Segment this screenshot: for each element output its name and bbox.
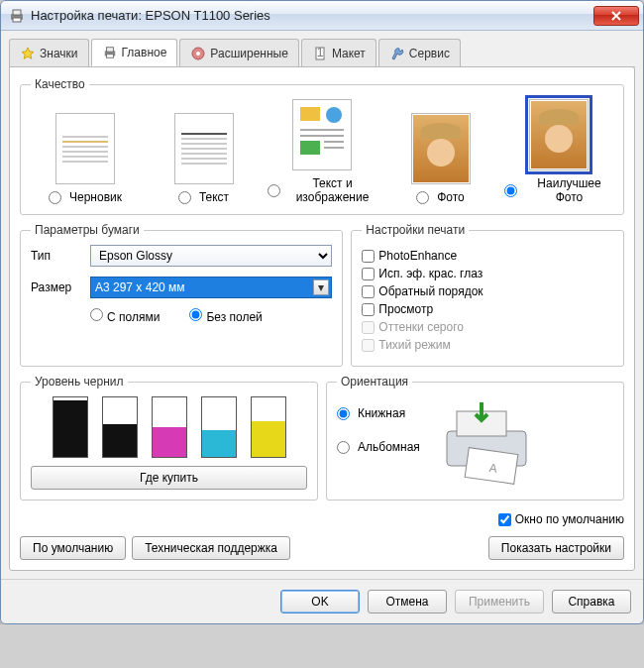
chevron-down-icon: ▾ — [313, 279, 329, 295]
orientation-landscape[interactable]: Альбомная — [337, 440, 420, 454]
ink-cartridge — [251, 396, 286, 458]
buy-ink-button[interactable]: Где купить — [31, 466, 307, 490]
close-button[interactable] — [593, 6, 639, 26]
ok-button[interactable]: OK — [280, 590, 360, 613]
svg-rect-10 — [300, 107, 320, 121]
wrench-icon — [389, 46, 405, 61]
tab-icons[interactable]: Значки — [9, 39, 89, 66]
quality-group: Качество Черновик Текст — [20, 77, 624, 215]
grayscale-checkbox: Оттенки серого — [362, 320, 613, 334]
printsettings-legend: Настройки печати — [362, 223, 469, 237]
tab-label: Главное — [122, 46, 167, 59]
tab-advanced[interactable]: Расширенные — [179, 39, 299, 66]
paper-type-select[interactable]: Epson Glossy — [90, 245, 332, 267]
svg-rect-1 — [13, 10, 21, 15]
ink-cartridge — [201, 396, 237, 458]
paper-legend: Параметры бумаги — [31, 223, 144, 237]
apply-button: Применить — [455, 590, 544, 613]
preview-checkbox[interactable]: Просмотр — [362, 302, 613, 316]
svg-rect-15 — [324, 141, 344, 143]
bestphoto-thumb — [529, 99, 589, 170]
photoenhance-checkbox[interactable]: PhotoEnhance — [362, 249, 613, 263]
printer-icon — [9, 8, 25, 24]
tab-layout[interactable]: 1 Макет — [301, 39, 376, 66]
tab-label: Сервис — [409, 47, 450, 60]
paper-size-label: Размер — [31, 280, 90, 294]
tabstrip: Значки Главное Расширенные 1 Макет — [9, 39, 635, 67]
svg-rect-12 — [300, 129, 344, 131]
svg-rect-4 — [106, 48, 113, 52]
tab-label: Расширенные — [210, 47, 288, 60]
paper-size-select[interactable]: A3 297 x 420 мм ▾ — [90, 277, 332, 298]
quiet-checkbox: Тихий режим — [362, 338, 613, 352]
tab-main[interactable]: Главное — [91, 39, 178, 66]
ink-cartridge — [102, 396, 138, 458]
quality-radio-photo[interactable] — [416, 191, 429, 204]
tab-label: Значки — [40, 47, 78, 60]
paper-group: Параметры бумаги Тип Epson Glossy Размер… — [20, 223, 343, 367]
dialog-button-row: OK Отмена Применить Справка — [1, 579, 643, 623]
quality-option-photo[interactable]: Фото — [386, 113, 495, 204]
textimg-thumb — [292, 99, 352, 170]
svg-rect-2 — [13, 18, 21, 22]
window-body: Значки Главное Расширенные 1 Макет — [1, 31, 643, 579]
titlebar: Настройка печати: EPSON T1100 Series — [1, 1, 643, 31]
quality-option-draft[interactable]: Черновик — [31, 113, 140, 204]
svg-rect-5 — [106, 55, 113, 58]
quality-legend: Качество — [31, 77, 89, 91]
text-thumb — [174, 113, 234, 184]
ink-group: Уровень чернил Где купить — [20, 375, 318, 501]
help-button[interactable]: Справка — [552, 590, 631, 613]
default-window-checkbox[interactable] — [498, 513, 511, 526]
tab-pane-main: Качество Черновик Текст — [9, 66, 635, 571]
defaults-button[interactable]: По умолчанию — [20, 536, 126, 560]
printer-illustration: A — [432, 396, 541, 486]
margins-without-option[interactable]: Без полей — [189, 308, 262, 324]
ink-cartridge — [53, 396, 88, 458]
support-button[interactable]: Техническая поддержка — [132, 536, 290, 560]
cancel-button[interactable]: Отмена — [368, 590, 447, 613]
redeye-checkbox[interactable]: Исп. эф. крас. глаз — [362, 267, 613, 280]
print-settings-window: Настройка печати: EPSON T1100 Series Зна… — [0, 0, 644, 624]
printer-icon — [102, 45, 118, 60]
page-icon: 1 — [312, 46, 328, 61]
tab-label: Макет — [332, 47, 366, 60]
show-settings-button[interactable]: Показать настройки — [488, 536, 624, 560]
draft-thumb — [55, 113, 115, 184]
orientation-legend: Ориентация — [337, 375, 412, 389]
quality-radio-text[interactable] — [178, 191, 191, 204]
quality-radio-draft[interactable] — [49, 191, 61, 204]
quality-radio-best[interactable] — [504, 184, 517, 197]
reverse-checkbox[interactable]: Обратный порядок — [362, 284, 613, 298]
printsettings-group: Настройки печати PhotoEnhance Исп. эф. к… — [351, 223, 624, 367]
quality-option-text[interactable]: Текст — [150, 113, 259, 204]
svg-rect-13 — [300, 135, 344, 137]
paper-type-label: Тип — [31, 249, 90, 263]
photo-thumb — [411, 113, 471, 184]
svg-point-7 — [196, 52, 200, 56]
orientation-portrait[interactable]: Книжная — [337, 406, 420, 420]
default-window-label: Окно по умолчанию — [515, 512, 624, 526]
ink-cartridge — [152, 396, 187, 458]
star-icon — [20, 46, 36, 61]
ink-legend: Уровень чернил — [31, 375, 128, 389]
window-title: Настройка печати: EPSON T1100 Series — [31, 8, 593, 23]
svg-rect-14 — [300, 141, 320, 155]
quality-radio-textimg[interactable] — [268, 184, 280, 197]
orientation-group: Ориентация Книжная Альбомная A — [326, 375, 624, 501]
svg-rect-16 — [324, 147, 344, 149]
margins-with-option[interactable]: С полями — [90, 308, 160, 324]
quality-option-textimg[interactable]: Текст и изображение — [268, 99, 376, 204]
tab-service[interactable]: Сервис — [378, 39, 461, 66]
svg-text:1: 1 — [317, 47, 324, 59]
quality-option-best[interactable]: Наилучшее Фото — [504, 99, 613, 204]
gear-icon — [190, 46, 206, 61]
svg-point-11 — [326, 107, 342, 123]
